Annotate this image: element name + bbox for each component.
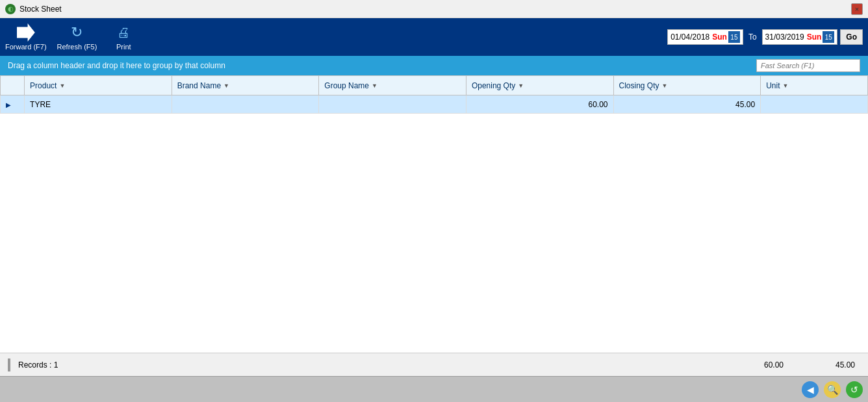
to-calendar-button[interactable]: 15 [823, 31, 834, 43]
footer-totals: 60.00 45.00 [717, 360, 860, 370]
col-header-closing[interactable]: Closing Qty ▼ [613, 76, 761, 95]
go-button[interactable]: Go [840, 29, 863, 45]
to-date-value: 31/03/2019 [765, 32, 804, 42]
search-status-icon[interactable]: 🔍 [824, 381, 841, 398]
app-icon [5, 4, 16, 14]
col-header-product[interactable]: Product ▼ [25, 76, 172, 95]
from-date-value: 01/04/2018 [670, 32, 709, 42]
cell-closing: 45.00 [613, 95, 761, 114]
col-group-label: Group Name [324, 81, 369, 90]
col-brand-label: Brand Name [177, 81, 221, 90]
col-closing-label: Closing Qty [619, 81, 659, 90]
cell-group [319, 95, 466, 114]
data-area: Product ▼ Brand Name ▼ G [0, 75, 868, 353]
status-bar: ◀ 🔍 ↺ [0, 376, 868, 402]
print-button[interactable]: 🖨 Print [107, 23, 140, 51]
cell-product: TYRE [25, 95, 172, 114]
to-date-box: 31/03/2019 Sun 15 [762, 29, 838, 45]
brand-filter-icon[interactable]: ▼ [223, 82, 229, 89]
table-header-row: Product ▼ Brand Name ▼ G [1, 76, 868, 95]
cell-brand [172, 95, 319, 114]
forward-label: Forward (F7) [5, 43, 47, 51]
col-product-label: Product [30, 81, 57, 90]
from-date-box: 01/04/2018 Sun 15 [667, 29, 743, 45]
fast-search-input[interactable] [756, 59, 860, 72]
group-filter-icon[interactable]: ▼ [372, 82, 377, 89]
table-row[interactable]: ▶ TYRE 60.00 45.00 [1, 95, 868, 114]
toolbar: Forward (F7) ↻ Refresh (F5) 🖨 Print 01/0… [0, 18, 868, 56]
closing-filter-icon[interactable]: ▼ [662, 82, 668, 89]
refresh-status-icon[interactable]: ↺ [846, 381, 863, 398]
drag-hint-bar: Drag a column header and drop it here to… [0, 56, 868, 75]
forward-button[interactable]: Forward (F7) [5, 23, 47, 51]
col-opening-label: Opening Qty [472, 81, 515, 90]
main-content: Forward (F7) ↻ Refresh (F5) 🖨 Print 01/0… [0, 18, 868, 402]
date-to-label: To [748, 32, 757, 42]
footer-bar: Records : 1 60.00 45.00 [0, 353, 868, 376]
records-label: Records : 1 [18, 360, 58, 370]
to-day-label: Sun [807, 32, 822, 42]
col-header-group[interactable]: Group Name ▼ [319, 76, 466, 95]
close-button[interactable]: × [851, 3, 863, 15]
table-scroll-area[interactable]: Product ▼ Brand Name ▼ G [0, 75, 868, 353]
product-filter-icon[interactable]: ▼ [59, 82, 65, 89]
col-header-brand[interactable]: Brand Name ▼ [172, 76, 319, 95]
print-label: Print [116, 43, 131, 51]
forward-icon [17, 23, 35, 42]
col-header-unit[interactable]: Unit ▼ [761, 76, 868, 95]
from-calendar-button[interactable]: 15 [728, 31, 740, 43]
date-range: 01/04/2018 Sun 15 To 31/03/2019 Sun 15 G… [667, 29, 863, 45]
print-icon: 🖨 [114, 23, 133, 42]
footer-opening-total: 60.00 [717, 360, 789, 370]
title-bar: Stock Sheet × [0, 0, 868, 18]
nav-back-icon[interactable]: ◀ [802, 381, 819, 398]
window-title: Stock Sheet [19, 5, 62, 14]
unit-filter-icon[interactable]: ▼ [782, 82, 788, 89]
col-unit-label: Unit [766, 81, 780, 90]
refresh-icon: ↻ [68, 23, 86, 42]
stock-table: Product ▼ Brand Name ▼ G [0, 75, 868, 114]
expand-col-header [1, 76, 25, 95]
cell-opening: 60.00 [466, 95, 613, 114]
drag-hint-text: Drag a column header and drop it here to… [8, 61, 225, 70]
refresh-label: Refresh (F5) [57, 43, 97, 51]
cell-unit [761, 95, 868, 114]
footer-closing-total: 45.00 [789, 360, 860, 370]
from-day-label: Sun [712, 32, 727, 42]
footer-separator [8, 358, 10, 371]
row-expand-indicator[interactable]: ▶ [1, 95, 25, 114]
refresh-button[interactable]: ↻ Refresh (F5) [57, 23, 97, 51]
opening-filter-icon[interactable]: ▼ [518, 82, 524, 89]
col-header-opening[interactable]: Opening Qty ▼ [466, 76, 613, 95]
